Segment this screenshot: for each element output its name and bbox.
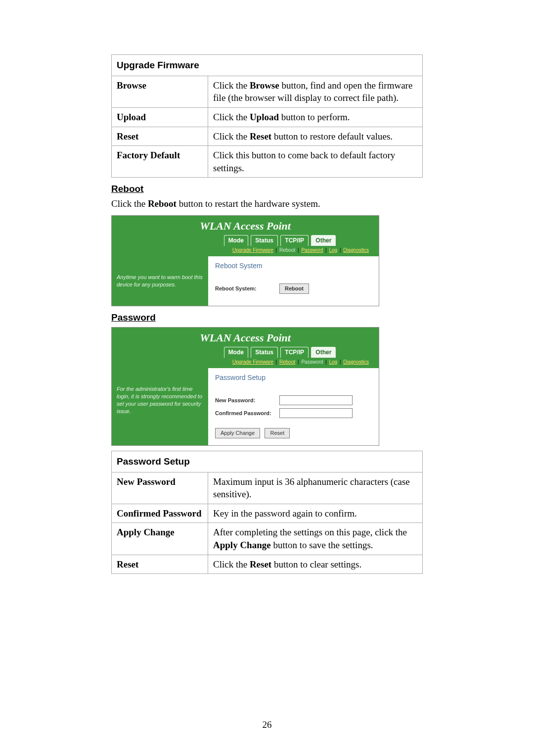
sublink-reboot-2[interactable]: Reboot [279,359,295,365]
sublink-row: Upgrade Firmware | Reboot | Password | L… [112,246,379,257]
reboot-paragraph: Click the Reboot button to restart the h… [111,197,423,210]
tab-other[interactable]: Other [311,235,336,245]
tab-row-2: Mode Status TCP/IP Other [112,346,379,357]
reboot-system-label: Reboot System: [215,285,279,292]
reboot-button[interactable]: Reboot [279,284,309,294]
row-reset2-desc: Click the Reset button to clear settings… [208,555,423,574]
password-side-note: For the administrator's first time login… [112,368,208,445]
password-setup-title: Password Setup [112,451,423,472]
tab-status[interactable]: Status [251,235,278,245]
row-confpw-desc: Key in the password again to confirm. [208,504,423,523]
row-newpw-desc: Maximum input is 36 alphanumeric charact… [208,472,423,504]
sublink-password-2[interactable]: Password [301,359,323,365]
tab-mode-2[interactable]: Mode [224,347,248,357]
password-screenshot: WLAN Access Point Mode Status TCP/IP Oth… [111,327,379,446]
row-confpw-key: Confirmed Password [112,504,208,523]
row-upload-key: Upload [112,107,208,127]
row-upload-desc: Click the Upload button to perform. [208,107,423,127]
sublink-reboot[interactable]: Reboot [279,247,295,253]
sublink-log[interactable]: Log [329,247,337,253]
row-newpw-key: New Password [112,472,208,504]
row-factory-key: Factory Default [112,146,208,178]
tab-other-2[interactable]: Other [311,347,336,357]
sublink-upgrade-2[interactable]: Upgrade Firmware [232,359,273,365]
row-reset-desc: Click the Reset button to restore defaul… [208,127,423,146]
page-number: 26 [25,718,509,731]
banner-title: WLAN Access Point [112,216,379,235]
reboot-screenshot: WLAN Access Point Mode Status TCP/IP Oth… [111,215,379,306]
sublink-row-2: Upgrade Firmware | Reboot | Password | L… [112,358,379,369]
password-setup-table: Password Setup New Password Maximum inpu… [111,451,423,574]
new-password-input[interactable] [279,395,353,405]
sublink-diagnostics[interactable]: Diagnostics [343,247,369,253]
row-apply-key: Apply Change [112,523,208,555]
confirmed-password-label: Confirmed Password: [215,410,279,417]
sublink-upgrade[interactable]: Upgrade Firmware [232,247,273,253]
reset-button[interactable]: Reset [265,428,290,438]
tab-tcpip[interactable]: TCP/IP [280,235,309,245]
reboot-heading: Reboot [111,183,423,195]
tab-row: Mode Status TCP/IP Other [112,234,379,245]
sublink-password[interactable]: Password [301,247,323,253]
upgrade-firmware-title: Upgrade Firmware [112,55,423,76]
sublink-log-2[interactable]: Log [329,359,337,365]
row-apply-desc: After completing the settings on this pa… [208,523,423,555]
password-content-title: Password Setup [215,373,372,382]
row-browse-key: Browse [112,76,208,107]
password-heading: Password [111,311,423,324]
confirmed-password-input[interactable] [279,408,353,418]
apply-change-button[interactable]: Apply Change [215,428,260,438]
upgrade-firmware-table: Upgrade Firmware Browse Click the Browse… [111,54,423,178]
banner-title-2: WLAN Access Point [112,328,379,346]
row-browse-desc: Click the Browse button, find and open t… [208,76,423,107]
tab-status-2[interactable]: Status [251,347,278,357]
row-factory-desc: Click this button to come back to defaul… [208,146,423,178]
reboot-content-title: Reboot System [215,261,372,271]
sublink-diagnostics-2[interactable]: Diagnostics [343,359,369,365]
row-reset2-key: Reset [112,555,208,574]
reboot-side-note: Anytime you want to warm boot this devic… [112,256,208,306]
new-password-label: New Password: [215,397,279,404]
row-reset-key: Reset [112,127,208,146]
tab-mode[interactable]: Mode [224,235,248,245]
tab-tcpip-2[interactable]: TCP/IP [280,347,309,357]
